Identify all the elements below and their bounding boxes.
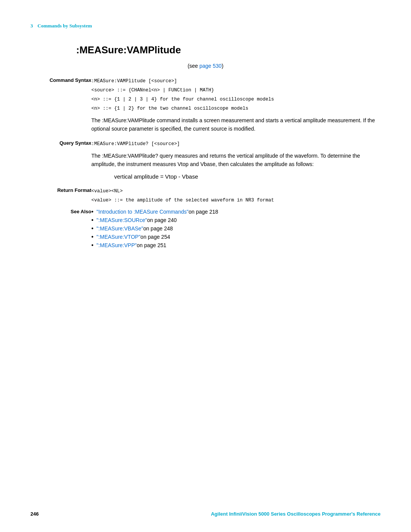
command-syntax-line-1: :MEASure:VAMPlitude [<source>]: [91, 77, 381, 85]
command-syntax-prose: The :MEASure:VAMPlitude command installs…: [91, 116, 381, 133]
query-syntax-row: Query Syntax :MEASure:VAMPlitude? [<sour…: [30, 139, 381, 186]
section-title: :MEASure:VAMPlitude: [76, 44, 381, 56]
see-also-suffix-1: on page 218: [188, 209, 218, 215]
see-also-link-3[interactable]: ":MEASure:VBASe": [97, 225, 143, 232]
command-syntax-line-4: <n> ::= {1 | 2} for the two channel osci…: [91, 105, 381, 112]
query-syntax-prose: The :MEASure:VAMPlitude? query measures …: [91, 152, 381, 169]
command-syntax-content: :MEASure:VAMPlitude [<source>] <source> …: [91, 76, 381, 139]
see-also-suffix-2: on page 240: [147, 217, 177, 223]
see-also-link-4[interactable]: ":MEASure:VTOP": [97, 234, 141, 240]
command-syntax-row: Command Syntax :MEASure:VAMPlitude [<sou…: [30, 76, 381, 139]
breadcrumb: 3 Commands by Subsystem: [30, 23, 381, 29]
query-syntax-content: :MEASure:VAMPlitude? [<source>] The :MEA…: [91, 139, 381, 186]
return-format-line2: <value> ::= the amplitude of the selecte…: [91, 197, 381, 204]
return-format-row: Return Format <value><NL> <value> ::= th…: [30, 186, 381, 207]
breadcrumb-number: 3: [30, 23, 33, 29]
command-syntax-line-2: <source> ::= {CHANnel<n> | FUNCtion | MA…: [91, 86, 381, 94]
see-also-label: See Also: [30, 207, 91, 252]
command-syntax-line-3: <n> ::= {1 | 2 | 3 | 4} for the four cha…: [91, 96, 381, 103]
return-format-label: Return Format: [30, 186, 91, 207]
see-page-link[interactable]: page 530: [199, 63, 221, 69]
see-also-suffix-5: on page 251: [137, 242, 166, 248]
see-also-link-5[interactable]: ":MEASure:VPP": [97, 242, 137, 248]
footer: 246 Agilent InfiniiVision 5000 Series Os…: [30, 511, 381, 517]
see-also-item-3: ":MEASure:VBASe" on page 248: [91, 225, 381, 232]
see-also-row: See Also "Introduction to :MEASure Comma…: [30, 207, 381, 252]
query-syntax-label: Query Syntax: [30, 139, 91, 186]
see-also-suffix-4: on page 254: [140, 234, 170, 240]
content-table: Command Syntax :MEASure:VAMPlitude [<sou…: [30, 76, 381, 252]
page: 3 Commands by Subsystem :MEASure:VAMPlit…: [0, 0, 411, 532]
see-also-item-1: "Introduction to :MEASure Commands" on p…: [91, 209, 381, 215]
see-also-link-2[interactable]: ":MEASure:SOURce": [97, 217, 147, 223]
see-also-list: "Introduction to :MEASure Commands" on p…: [91, 209, 381, 248]
see-also-item-2: ":MEASure:SOURce" on page 240: [91, 217, 381, 223]
breadcrumb-text: Commands by Subsystem: [38, 23, 92, 29]
see-also-suffix-3: on page 248: [143, 225, 173, 232]
equation: vertical amplitude = Vtop - Vbase: [114, 173, 381, 180]
return-format-line1: <value><NL>: [91, 187, 381, 195]
see-page: (see page 530): [30, 63, 381, 69]
see-also-content: "Introduction to :MEASure Commands" on p…: [91, 207, 381, 252]
see-also-item-4: ":MEASure:VTOP" on page 254: [91, 234, 381, 240]
footer-title: Agilent InfiniiVision 5000 Series Oscill…: [211, 511, 381, 517]
command-syntax-label: Command Syntax: [30, 76, 91, 139]
see-also-item-5: ":MEASure:VPP" on page 251: [91, 242, 381, 248]
see-also-link-1[interactable]: "Introduction to :MEASure Commands": [97, 209, 189, 215]
footer-page-number: 246: [30, 511, 39, 517]
return-format-content: <value><NL> <value> ::= the amplitude of…: [91, 186, 381, 207]
query-syntax-line: :MEASure:VAMPlitude? [<source>]: [91, 140, 381, 148]
